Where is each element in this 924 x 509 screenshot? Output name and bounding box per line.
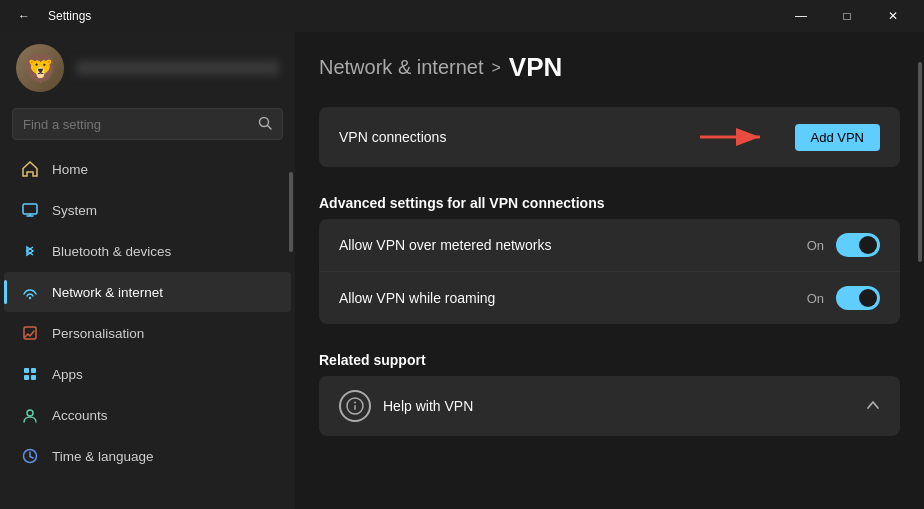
svg-point-11 (27, 410, 33, 416)
related-support-heading: Related support (319, 336, 900, 376)
sidebar-item-label-apps: Apps (52, 367, 83, 382)
nav-list: HomeSystemBluetooth & devicesNetwork & i… (0, 148, 295, 477)
breadcrumb-parent[interactable]: Network & internet (319, 56, 484, 79)
app-title: Settings (48, 9, 91, 23)
close-button[interactable]: ✕ (870, 0, 916, 32)
sidebar-item-label-bluetooth: Bluetooth & devices (52, 244, 171, 259)
svg-rect-10 (31, 375, 36, 380)
sidebar: 🦁 HomeSystemBluetooth & devicesNetwork &… (0, 32, 295, 509)
toggle-metered-switch[interactable] (836, 233, 880, 257)
personalisation-icon (20, 323, 40, 343)
sidebar-item-time[interactable]: Time & language (4, 436, 291, 476)
avatar: 🦁 (16, 44, 64, 92)
help-vpn-label: Help with VPN (383, 398, 473, 414)
user-profile[interactable]: 🦁 (0, 32, 295, 104)
sidebar-item-personalisation[interactable]: Personalisation (4, 313, 291, 353)
window-controls: — □ ✕ (778, 0, 916, 32)
titlebar: ← Settings — □ ✕ (0, 0, 924, 32)
sidebar-scrollbar (289, 172, 293, 252)
toggle-roaming-knob (859, 289, 877, 307)
chevron-up-icon (866, 398, 880, 415)
advanced-settings-card: Allow VPN over metered networks On Allow… (319, 219, 900, 324)
toggle-row-metered: Allow VPN over metered networks On (319, 219, 900, 271)
search-icon (258, 116, 272, 133)
network-icon (20, 282, 40, 302)
apps-icon (20, 364, 40, 384)
toggle-metered-label: Allow VPN over metered networks (339, 237, 551, 253)
sidebar-item-label-network: Network & internet (52, 285, 163, 300)
svg-rect-19 (354, 405, 356, 410)
sidebar-item-apps[interactable]: Apps (4, 354, 291, 394)
vpn-connections-card: VPN connections Add VPN (319, 107, 900, 167)
svg-point-18 (354, 402, 356, 404)
help-vpn-row[interactable]: Help with VPN (319, 376, 900, 436)
add-vpn-button[interactable]: Add VPN (795, 124, 880, 151)
sidebar-item-label-time: Time & language (52, 449, 154, 464)
bluetooth-icon (20, 241, 40, 261)
toggle-roaming-status: On (807, 291, 824, 306)
toggle-roaming-right: On (807, 286, 880, 310)
minimize-button[interactable]: — (778, 0, 824, 32)
sidebar-item-bluetooth[interactable]: Bluetooth & devices (4, 231, 291, 271)
sidebar-item-label-system: System (52, 203, 97, 218)
svg-rect-7 (24, 368, 29, 373)
sidebar-item-label-personalisation: Personalisation (52, 326, 144, 341)
svg-rect-8 (31, 368, 36, 373)
avatar-image: 🦁 (16, 44, 64, 92)
system-icon (20, 200, 40, 220)
time-icon (20, 446, 40, 466)
red-arrow-icon (695, 123, 775, 151)
vpn-connections-row: VPN connections Add VPN (319, 107, 900, 167)
related-support-card: Help with VPN (319, 376, 900, 436)
breadcrumb-chevron: > (492, 59, 501, 77)
breadcrumb: Network & internet > VPN (319, 52, 900, 83)
content-area: Network & internet > VPN VPN connections (295, 32, 924, 509)
vpn-connections-label: VPN connections (339, 129, 446, 145)
toggle-metered-right: On (807, 233, 880, 257)
arrow-indicator (695, 123, 775, 151)
content-scrollbar (918, 62, 922, 262)
svg-line-1 (268, 125, 272, 129)
toggle-metered-knob (859, 236, 877, 254)
home-icon (20, 159, 40, 179)
help-left: Help with VPN (339, 390, 473, 422)
toggle-row-roaming: Allow VPN while roaming On (319, 271, 900, 324)
sidebar-item-label-accounts: Accounts (52, 408, 108, 423)
search-box[interactable] (12, 108, 283, 140)
svg-line-14 (30, 457, 33, 459)
search-container (0, 104, 295, 148)
accounts-icon (20, 405, 40, 425)
vpn-connections-right: Add VPN (695, 123, 880, 151)
main-layout: 🦁 HomeSystemBluetooth & devicesNetwork &… (0, 32, 924, 509)
advanced-settings-heading: Advanced settings for all VPN connection… (319, 179, 900, 219)
sidebar-item-network[interactable]: Network & internet (4, 272, 291, 312)
sidebar-item-home[interactable]: Home (4, 149, 291, 189)
svg-rect-9 (24, 375, 29, 380)
maximize-button[interactable]: □ (824, 0, 870, 32)
breadcrumb-current: VPN (509, 52, 562, 83)
toggle-roaming-label: Allow VPN while roaming (339, 290, 495, 306)
sidebar-item-system[interactable]: System (4, 190, 291, 230)
sidebar-item-label-home: Home (52, 162, 88, 177)
sidebar-item-accounts[interactable]: Accounts (4, 395, 291, 435)
svg-point-5 (29, 297, 31, 299)
search-input[interactable] (23, 117, 250, 132)
toggle-metered-status: On (807, 238, 824, 253)
user-name (76, 61, 279, 75)
svg-rect-2 (23, 204, 37, 214)
toggle-roaming-switch[interactable] (836, 286, 880, 310)
back-button[interactable]: ← (8, 0, 40, 32)
titlebar-left: ← Settings (8, 0, 91, 32)
help-icon (339, 390, 371, 422)
